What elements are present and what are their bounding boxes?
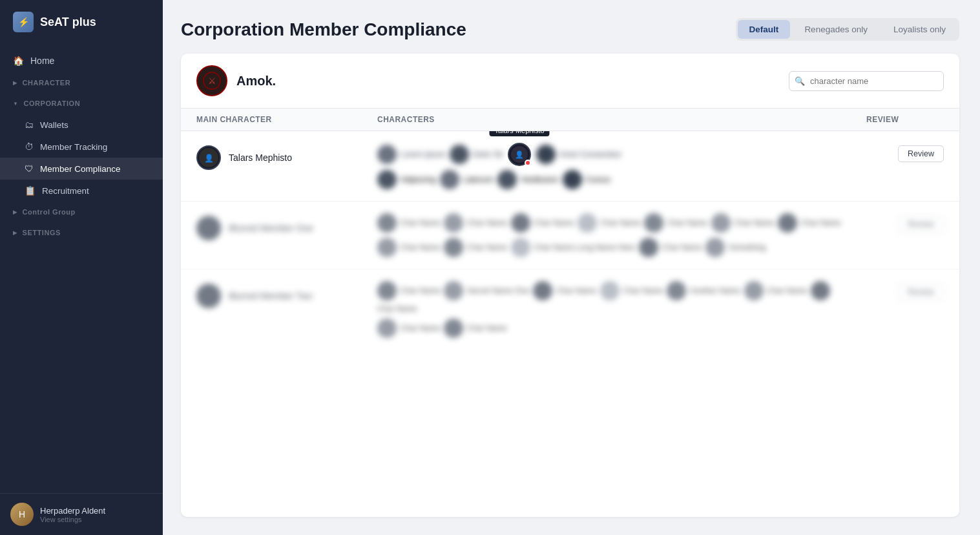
corp-name: Amok. [236, 74, 276, 89]
table-row: Blurred Member One Char Name Char Name C… [181, 202, 959, 269]
sidebar-item-home[interactable]: 🏠 Home [0, 49, 163, 72]
corp-header: ⚔ Amok. 🔍 [181, 54, 959, 109]
blurred-chars-row-2: Adipiscing Laborum Vestibulum Cursus [377, 170, 866, 189]
tab-renegades[interactable]: Renegades only [793, 20, 879, 39]
main-char-name: Talars Mephisto [229, 152, 292, 163]
user-info: Herpaderp Aldent View settings [40, 506, 105, 523]
member-tracking-icon: ⏱ [25, 142, 34, 152]
svg-text:⚔: ⚔ [208, 76, 216, 86]
content-card: ⚔ Amok. 🔍 Main Character Characters Revi… [181, 54, 959, 517]
character-section-label: CHARACTER [23, 79, 71, 87]
sidebar: ⚡ SeAT plus 🏠 Home ▶ CHARACTER ▼ CORPORA… [0, 0, 163, 535]
tooltip-char-wrap: Talars Mephisto 👤 [508, 143, 531, 166]
wallets-label: Wallets [40, 120, 68, 130]
member-compliance-label: Member Compliance [40, 164, 121, 174]
avatar: H [10, 503, 34, 526]
review-cell-blurred: Review [866, 213, 944, 233]
tab-default[interactable]: Default [738, 20, 791, 39]
char-tooltip: Talars Mephisto [490, 131, 550, 136]
talars-avatar-container: 👤 [508, 143, 531, 166]
main-char-cell-blurred-2: Blurred Member Two [196, 281, 377, 308]
member-tracking-label: Member Tracking [40, 142, 107, 152]
control-group-arrow-icon: ▶ [13, 209, 17, 215]
main-content: Corporation Member Compliance Default Re… [163, 0, 980, 535]
recruitment-label: Recruitment [42, 186, 89, 196]
sidebar-item-member-tracking[interactable]: ⏱ Member Tracking [0, 136, 163, 158]
sidebar-section-settings[interactable]: ▶ SETTINGS [0, 222, 163, 243]
home-icon: 🏠 [13, 56, 24, 66]
filter-tabs: Default Renegades only Loyalists only [736, 18, 959, 41]
sidebar-item-wallets[interactable]: 🗂 Wallets [0, 114, 163, 136]
char-avatar: 👤 [196, 145, 221, 170]
sidebar-item-recruitment[interactable]: 📋 Recruitment [0, 180, 163, 202]
blurred-chars-1: Lorem Ipsum Dolor Sit [377, 143, 503, 166]
sidebar-section-corporation[interactable]: ▼ CORPORATION [0, 93, 163, 114]
review-cell: Review [866, 143, 944, 162]
table-row: Blurred Member Two Char Name Secret Name… [181, 269, 959, 350]
blurred-chars-cell: Char Name Char Name Char Name Char Name … [377, 213, 866, 257]
blurred-char-name: Blurred Member One [229, 223, 313, 233]
settings-section-label: SETTINGS [23, 229, 61, 236]
svg-text:👤: 👤 [204, 153, 214, 163]
user-name: Herpaderp Aldent [40, 506, 105, 516]
chars-cell: Lorem Ipsum Dolor Sit Talars Mephisto 👤 [377, 143, 866, 189]
blurred-avatar-wrap-2 [196, 284, 221, 308]
corp-logo: ⚔ [196, 65, 227, 96]
svg-text:👤: 👤 [515, 150, 524, 159]
character-arrow-icon: ▶ [13, 80, 17, 86]
settings-arrow-icon: ▶ [13, 230, 17, 236]
table-row: 👤 Talars Mephisto Lorem Ipsum Dolor Sit [181, 131, 959, 202]
blurred-review-2: Review [898, 284, 944, 300]
corporation-section-label: CORPORATION [23, 100, 80, 107]
search-input[interactable] [789, 71, 944, 91]
corporation-arrow-icon: ▼ [13, 101, 18, 107]
app-name: SeAT plus [40, 16, 96, 29]
review-button[interactable]: Review [898, 145, 944, 162]
sidebar-nav: 🏠 Home ▶ CHARACTER ▼ CORPORATION 🗂 Walle… [0, 44, 163, 493]
corp-logo-wrap: ⚔ Amok. [196, 65, 276, 96]
recruitment-icon: 📋 [25, 185, 36, 196]
logo-icon: ⚡ [13, 12, 34, 32]
blurred-avatar-wrap [196, 216, 221, 240]
search-wrap: 🔍 [789, 71, 944, 91]
col-characters: Characters [377, 115, 866, 124]
blurred-char-avatar-2 [196, 284, 221, 308]
search-icon: 🔍 [795, 76, 805, 86]
wallets-icon: 🗂 [25, 120, 34, 130]
main-char-cell: 👤 Talars Mephisto [196, 143, 377, 170]
main-char-cell-blurred: Blurred Member One [196, 213, 377, 240]
sidebar-item-member-compliance[interactable]: 🛡 Member Compliance [0, 158, 163, 180]
status-dot [525, 160, 531, 166]
blurred-review-button[interactable]: Review [898, 216, 944, 233]
sidebar-section-control-group[interactable]: ▶ Control Group [0, 202, 163, 222]
col-review: Review [866, 115, 944, 124]
tab-loyalists[interactable]: Loyalists only [882, 20, 957, 39]
blurred-review: Review [898, 216, 944, 233]
blurred-chars-cell-2: Char Name Secret Name One Char Name Char… [377, 281, 866, 338]
sidebar-user-area: H Herpaderp Aldent View settings [0, 493, 163, 535]
blurred-char-name-2: Blurred Member Two [229, 291, 313, 301]
chars-row-1: Lorem Ipsum Dolor Sit Talars Mephisto 👤 [377, 143, 866, 166]
page-title: Corporation Member Compliance [181, 19, 466, 40]
app-logo: ⚡ SeAT plus [0, 0, 163, 44]
corp-logo-svg: ⚔ [203, 72, 221, 90]
home-label: Home [30, 56, 54, 66]
review-cell-blurred-2: Review [866, 281, 944, 300]
blurred-char-avatar [196, 216, 221, 240]
view-settings-link[interactable]: View settings [40, 516, 105, 523]
col-main-character: Main Character [196, 115, 377, 124]
avatar-wrap: 👤 [196, 145, 221, 170]
table-header: Main Character Characters Review [181, 109, 959, 131]
page-header: Corporation Member Compliance Default Re… [181, 18, 959, 41]
blurred-chars-2: Amet Consectetur [536, 143, 621, 166]
sidebar-section-character[interactable]: ▶ CHARACTER [0, 72, 163, 93]
control-group-label: Control Group [23, 208, 76, 216]
member-compliance-icon: 🛡 [25, 163, 34, 174]
table-body: 👤 Talars Mephisto Lorem Ipsum Dolor Sit [181, 131, 959, 517]
blurred-review-button-2[interactable]: Review [898, 284, 944, 300]
